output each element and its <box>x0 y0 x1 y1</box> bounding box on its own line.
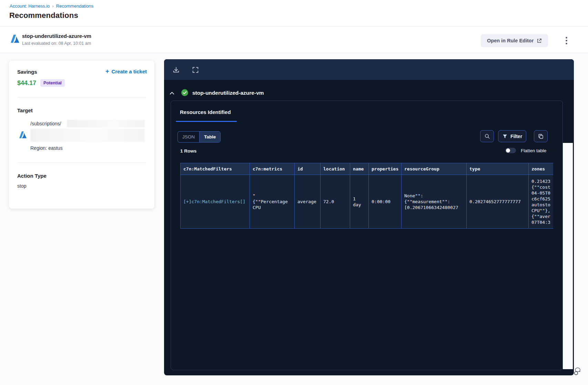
external-link-icon <box>537 38 542 43</box>
rows-count: 1 Rows <box>180 148 196 154</box>
redacted-text <box>30 129 145 142</box>
open-in-rule-editor-button[interactable]: Open in Rule Editor <box>481 34 548 47</box>
action-type-label: Action Type <box>17 173 47 179</box>
filter-button[interactable]: Filter <box>498 130 526 142</box>
col-header-matchedfilters: c7n:MatchedFilters <box>181 163 250 175</box>
potential-badge: Potential <box>40 79 65 87</box>
flatten-table-toggle[interactable] <box>505 148 516 153</box>
recommendation-details-card: Savings + Create a ticket $44.17 Potenti… <box>9 61 154 209</box>
download-button[interactable] <box>172 65 181 74</box>
toggle-knob <box>506 148 510 153</box>
create-ticket-button[interactable]: + Create a ticket <box>105 68 147 74</box>
search-icon <box>484 133 490 139</box>
breadcrumb: Account: Harness.io › Recommendations <box>10 3 93 9</box>
cell-id: average <box>295 175 321 229</box>
target-label: Target <box>17 107 33 113</box>
search-button[interactable] <box>480 130 494 142</box>
chevron-right-icon: › <box>52 3 53 9</box>
cell-metrics: " {""Percentage CPU <box>250 175 295 229</box>
resources-table: c7n:MatchedFilters c7n:metrics id locati… <box>180 163 553 229</box>
chat-bubbles-icon <box>573 366 583 376</box>
vertical-scrollbar[interactable] <box>563 143 573 369</box>
azure-icon <box>19 131 27 139</box>
cell-type: 0.20274652777777777 <box>467 175 529 229</box>
divider <box>17 163 146 163</box>
col-header-metrics: c7n:metrics <box>250 163 295 175</box>
copy-icon <box>538 133 544 139</box>
support-chat-button[interactable] <box>573 365 585 377</box>
azure-icon <box>10 34 20 43</box>
panel-toolbar <box>164 59 574 80</box>
success-check-icon <box>181 89 188 96</box>
col-header-id: id <box>295 163 321 175</box>
copy-button[interactable] <box>534 130 548 142</box>
view-toggle: JSON Table <box>178 131 221 143</box>
flatten-table-label: Flatten table <box>521 148 546 153</box>
cell-matchedfilters-expander[interactable]: [+]c7n:MatchedFilters[] <box>181 175 250 229</box>
col-header-type: type <box>467 163 529 175</box>
divider <box>17 97 146 97</box>
cell-properties: 0:00:00 <box>369 175 402 229</box>
region-text: Region: eastus <box>30 145 62 151</box>
cell-name: 1 day <box>350 175 369 229</box>
rule-name: stop-underutilized-azure-vm <box>22 33 91 39</box>
cell-zones: 0.21423 {""cost 04-05T0 c6cf625 autosto … <box>529 175 554 229</box>
cell-resourcegroup: None"": {""measurement"": [0.20671066342… <box>402 175 467 229</box>
rule-result-header-row: stop-underutilized-azure-vm <box>164 88 574 99</box>
breadcrumb-recommendations-link[interactable]: Recommendations <box>56 3 93 9</box>
evaluation-results-panel: stop-underutilized-azure-vm Resources Id… <box>164 59 574 375</box>
view-toggle-json[interactable]: JSON <box>178 132 199 142</box>
view-toggle-table[interactable]: Table <box>199 132 220 142</box>
tab-resources-identified[interactable]: Resources Identified <box>180 109 231 115</box>
tab-active-underline <box>176 121 237 122</box>
col-header-zones: zones <box>529 163 554 175</box>
more-options-button[interactable] <box>560 35 572 46</box>
last-evaluated-text: Last evaluated on: 08 Apr, 10:01 am <box>22 41 91 46</box>
create-ticket-label: Create a ticket <box>111 69 147 74</box>
savings-label: Savings <box>17 69 37 75</box>
savings-amount: $44.17 <box>17 80 36 87</box>
plus-icon: + <box>105 68 109 74</box>
fullscreen-button[interactable] <box>192 65 201 74</box>
col-header-name: name <box>350 163 369 175</box>
action-type-value: stop <box>17 183 26 189</box>
col-header-properties: properties <box>369 163 402 175</box>
col-header-location: location <box>321 163 350 175</box>
filter-label: Filter <box>510 134 522 139</box>
fullscreen-icon <box>192 66 199 74</box>
resources-card: Resources Identified JSON Table Filter <box>171 101 563 370</box>
page-title: Recommendations <box>9 11 78 20</box>
table-row: [+]c7n:MatchedFilters[] " {""Percentage … <box>181 175 554 229</box>
cell-location: 72.0 <box>321 175 350 229</box>
panel-rule-name: stop-underutilized-azure-vm <box>192 90 264 96</box>
col-header-resourcegroup: resourceGroup <box>402 163 467 175</box>
filter-icon <box>502 134 508 139</box>
flatten-toggle-group: Flatten table <box>505 148 546 153</box>
recommendations-page: Account: Harness.io › Recommendations Re… <box>0 0 588 385</box>
chevron-up-icon <box>169 90 175 96</box>
collapse-button[interactable] <box>169 90 176 97</box>
breadcrumb-account-link[interactable]: Account: Harness.io <box>10 3 50 9</box>
redacted-text <box>67 120 145 127</box>
open-in-rule-editor-label: Open in Rule Editor <box>487 38 534 43</box>
download-icon <box>172 66 180 74</box>
target-path: /subscriptions/ <box>30 121 61 126</box>
table-header-row: c7n:MatchedFilters c7n:metrics id locati… <box>181 163 554 175</box>
kebab-icon <box>566 37 567 44</box>
resources-table-wrap: c7n:MatchedFilters c7n:metrics id locati… <box>180 163 553 229</box>
